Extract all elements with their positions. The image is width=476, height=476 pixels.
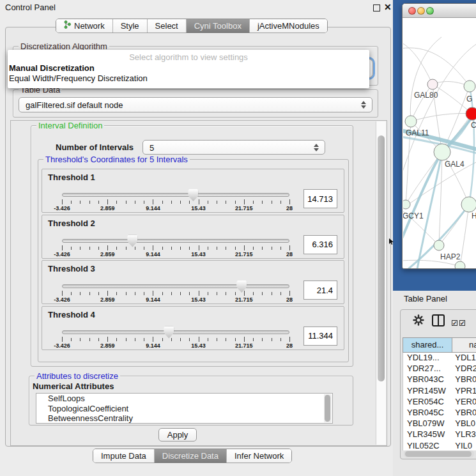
edge-thick (417, 152, 442, 269)
cell-shared-name[interactable]: YER054C (403, 397, 451, 408)
tab-discretize-data[interactable]: Discretize Data (154, 449, 226, 463)
network-canvas[interactable]: GAL80GCGAL11GAL4GCY1HHAP2 (403, 18, 476, 269)
network-node[interactable] (434, 240, 444, 250)
slider-track[interactable] (62, 239, 289, 243)
edge (411, 84, 433, 121)
table-header-row: shared... na (403, 337, 476, 353)
scrollbar-thumb[interactable] (378, 135, 385, 381)
threshold-slider[interactable]: -3.4262.8599.14415.4321.71528 (62, 234, 289, 257)
tab-cyni-toolbox[interactable]: Cyni Toolbox (186, 19, 249, 33)
bottom-tab-bar: Impute Data Discretize Data Infer Networ… (93, 449, 292, 463)
settings-vertical-scrollbar[interactable] (376, 121, 386, 445)
slider-track[interactable] (62, 330, 289, 334)
tab-select[interactable]: Select (147, 19, 186, 33)
network-tab-icon (64, 20, 71, 31)
network-node[interactable] (466, 107, 476, 120)
cell-shared-name[interactable]: YBR043C (403, 374, 451, 385)
number-of-intervals-spinner[interactable]: 5 (142, 140, 325, 155)
table-horizontal-scrollbar[interactable] (404, 450, 474, 457)
cell-shared-name[interactable]: YBR045C (403, 408, 451, 418)
threshold-value-input[interactable] (303, 235, 337, 254)
slider-ticks (62, 199, 289, 205)
threshold-value-input[interactable] (303, 326, 337, 346)
cell-shared-name[interactable]: YBL079W (403, 418, 451, 429)
list-item[interactable]: TopologicalCoefficient (36, 404, 332, 414)
checkbox-icon[interactable]: ✓ (452, 320, 457, 326)
table-row[interactable]: YDR27...YDR2 (403, 364, 476, 374)
tab-jactivemnodules[interactable]: jActiveMNodules (249, 19, 327, 33)
cell-shared-name[interactable]: YIL052C (403, 441, 451, 451)
checkbox-icon[interactable]: ✓ (459, 320, 465, 326)
cell-name[interactable]: YDR2 (451, 364, 476, 374)
threshold-slider[interactable]: -3.4262.8599.14415.4321.71528 (62, 188, 289, 211)
list-item[interactable]: SelfLoops (36, 394, 332, 404)
table-row[interactable]: YLR345WYLR3 (403, 429, 476, 440)
edge-thick (469, 86, 474, 204)
network-node[interactable] (464, 81, 475, 92)
scrollbar-thumb[interactable] (325, 395, 330, 422)
slider-track[interactable] (62, 284, 289, 288)
slider-track[interactable] (62, 193, 289, 197)
cell-name[interactable]: YER0 (451, 397, 476, 408)
gear-icon[interactable] (413, 314, 424, 328)
cell-shared-name[interactable]: YDR27... (403, 364, 451, 374)
list-scrollbar[interactable] (324, 394, 332, 422)
numerical-attributes-label: Numerical Attributes (33, 381, 114, 391)
columns-icon[interactable] (432, 314, 445, 326)
threshold-value-input[interactable] (303, 280, 337, 300)
cell-name[interactable]: YIL0 (451, 441, 476, 451)
table-row[interactable]: YPR145WYPR1 (403, 386, 476, 397)
table-row[interactable]: YER054CYER0 (403, 397, 476, 408)
window-minimize-icon[interactable] (417, 7, 425, 15)
cell-name[interactable]: YDL1 (451, 353, 476, 364)
column-header-shared-name[interactable]: shared... (403, 337, 452, 353)
cell-shared-name[interactable]: YDL19... (403, 353, 451, 364)
cell-name[interactable]: YBL0 (451, 418, 476, 429)
tab-infer-network[interactable]: Infer Network (226, 449, 291, 463)
dropdown-option-equal-width[interactable]: Equal Width/Frequency Discretization (9, 73, 148, 83)
network-node[interactable] (427, 79, 438, 89)
table-row[interactable]: YBL079WYBL0 (403, 418, 476, 429)
table-body[interactable]: YDL19...YDL1YDR27...YDR2YBR043CYBR0YPR14… (403, 353, 476, 450)
threshold-slider[interactable]: -3.4262.8599.14415.4321.71528 (62, 280, 289, 303)
cell-name[interactable]: YLR3 (451, 429, 476, 440)
network-node[interactable] (455, 261, 465, 269)
network-node[interactable] (403, 200, 410, 209)
scrollbar-thumb[interactable] (405, 451, 472, 457)
network-window-titlebar[interactable] (403, 4, 476, 18)
list-item[interactable]: BetweennessCentrality (36, 413, 332, 424)
window-close-icon[interactable] (408, 7, 416, 15)
column-header-name[interactable]: na (452, 337, 476, 353)
table-row[interactable]: YBR043CYBR0 (403, 374, 476, 385)
thresholds-group: Threshold's Coordinates for 5 Intervals … (38, 159, 349, 362)
network-node[interactable] (461, 197, 476, 212)
tab-network[interactable]: Network (56, 19, 112, 33)
numerical-attributes-list[interactable]: SelfLoops TopologicalCoefficient Between… (36, 393, 333, 424)
combo-stepper-icon (361, 101, 367, 109)
threshold-slider[interactable]: -3.4262.8599.14415.4321.71528 (62, 326, 289, 349)
tab-style[interactable]: Style (112, 19, 147, 33)
window-zoom-icon[interactable] (426, 7, 434, 15)
node-label: GAL80 (414, 91, 438, 100)
network-node[interactable] (434, 144, 450, 160)
checkbox-icons[interactable]: ✓✓ (452, 318, 467, 327)
float-window-icon[interactable] (373, 4, 380, 12)
cell-name[interactable]: YPR1 (451, 386, 476, 397)
threshold-value-input[interactable] (303, 189, 337, 208)
tick-label: 15.43 (191, 342, 206, 349)
cell-name[interactable]: YBR0 (451, 408, 476, 418)
cell-shared-name[interactable]: YLR345W (403, 429, 451, 440)
tick-label: 9.144 (146, 251, 160, 257)
cell-shared-name[interactable]: YPR145W (403, 386, 451, 397)
close-icon[interactable]: ✕ (384, 2, 392, 12)
table-row[interactable]: YIL052CYIL0 (403, 441, 476, 451)
table-data-combobox[interactable]: galFiltered.sif default node (19, 97, 372, 112)
dropdown-option-manual[interactable]: Manual Discretization (9, 63, 95, 73)
apply-button[interactable]: Apply (158, 428, 197, 441)
table-row[interactable]: YBR045CYBR0 (403, 408, 476, 418)
table-row[interactable]: YDL19...YDL1 (403, 353, 476, 364)
network-view-window[interactable]: GAL80GCGAL11GAL4GCY1HHAP2 (402, 3, 476, 269)
tab-impute-data[interactable]: Impute Data (93, 449, 154, 463)
cell-name[interactable]: YBR0 (451, 374, 476, 385)
network-node[interactable] (405, 116, 417, 127)
